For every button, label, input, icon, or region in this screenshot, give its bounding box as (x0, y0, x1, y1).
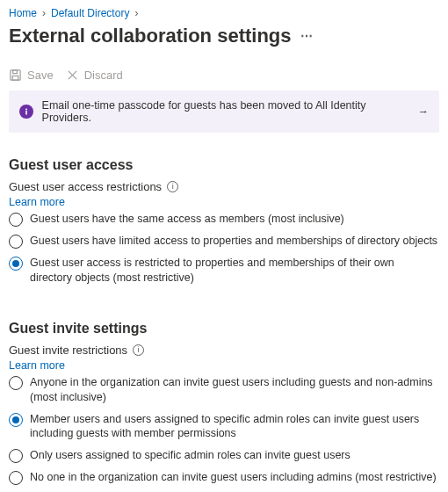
section-heading-invite: Guest invite settings (9, 321, 439, 336)
save-button[interactable]: Save (9, 69, 54, 82)
invite-option-admins-only[interactable]: Only users assigned to specific admin ro… (9, 448, 439, 463)
radio-icon (9, 257, 23, 271)
radio-icon (9, 471, 23, 485)
banner-text: Email one-time passcode for guests has b… (42, 99, 409, 124)
access-option-limited[interactable]: Guest users have limited access to prope… (9, 234, 439, 249)
svg-rect-1 (13, 70, 18, 74)
arrow-right-icon[interactable]: → (418, 105, 430, 118)
chevron-right-icon: › (42, 7, 46, 19)
invite-radio-group: Anyone in the organization can invite gu… (9, 375, 439, 486)
section-heading-access: Guest user access (9, 157, 439, 173)
invite-option-noone[interactable]: No one in the organization can invite gu… (9, 470, 439, 485)
info-icon[interactable]: i (133, 344, 144, 356)
svg-rect-6 (25, 111, 27, 115)
svg-rect-0 (11, 70, 20, 80)
svg-rect-2 (12, 76, 18, 80)
invite-option-anyone[interactable]: Anyone in the organization can invite gu… (9, 375, 439, 405)
page-title: External collaboration settings ⋯ (9, 25, 439, 47)
save-icon (9, 69, 22, 82)
radio-icon (9, 235, 23, 249)
discard-button[interactable]: Discard (66, 69, 123, 82)
breadcrumb-home[interactable]: Home (9, 7, 37, 19)
chevron-right-icon: › (134, 7, 138, 19)
invite-subheading: Guest invite restrictions i (9, 344, 439, 357)
invite-option-members-admins[interactable]: Member users and users assigned to speci… (9, 412, 439, 442)
breadcrumb: Home › Default Directory › (9, 7, 439, 19)
learn-more-access[interactable]: Learn more (9, 196, 65, 208)
radio-icon (9, 449, 23, 463)
access-subheading: Guest user access restrictions i (9, 180, 439, 193)
toolbar: Save Discard (9, 63, 439, 90)
radio-icon (9, 213, 23, 227)
info-banner: Email one-time passcode for guests has b… (9, 90, 439, 133)
learn-more-invite[interactable]: Learn more (9, 359, 65, 372)
close-icon (66, 69, 79, 82)
more-icon[interactable]: ⋯ (300, 29, 313, 43)
access-option-restricted[interactable]: Guest user access is restricted to prope… (9, 256, 439, 286)
radio-icon (9, 376, 23, 390)
access-option-same[interactable]: Guest users have the same access as memb… (9, 212, 439, 227)
breadcrumb-directory[interactable]: Default Directory (51, 7, 129, 19)
info-badge-icon (19, 105, 33, 119)
svg-point-5 (25, 109, 27, 111)
radio-icon (9, 413, 23, 427)
access-radio-group: Guest users have the same access as memb… (9, 212, 439, 286)
info-icon[interactable]: i (167, 181, 178, 192)
